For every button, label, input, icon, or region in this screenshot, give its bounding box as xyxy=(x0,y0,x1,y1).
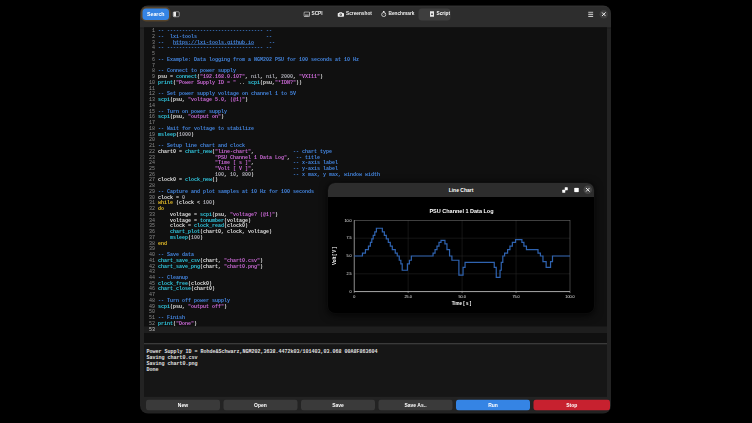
svg-text:50.0: 50.0 xyxy=(458,295,465,299)
svg-text:25.0: 25.0 xyxy=(404,295,411,299)
svg-text:100.0: 100.0 xyxy=(565,295,574,299)
svg-text:2.5: 2.5 xyxy=(346,272,351,276)
svg-text:5.0: 5.0 xyxy=(346,254,351,258)
svg-text:0: 0 xyxy=(350,290,352,294)
svg-text:0: 0 xyxy=(353,295,355,299)
svg-text:75.0: 75.0 xyxy=(512,295,519,299)
svg-text:Volt [ V ]: Volt [ V ] xyxy=(332,247,337,265)
svg-text:7.5: 7.5 xyxy=(346,236,351,240)
svg-text:10.0: 10.0 xyxy=(344,219,351,223)
svg-text:PSU Channel 1 Data Log: PSU Channel 1 Data Log xyxy=(429,208,493,214)
svg-text:Time [ s ]: Time [ s ] xyxy=(452,301,472,306)
